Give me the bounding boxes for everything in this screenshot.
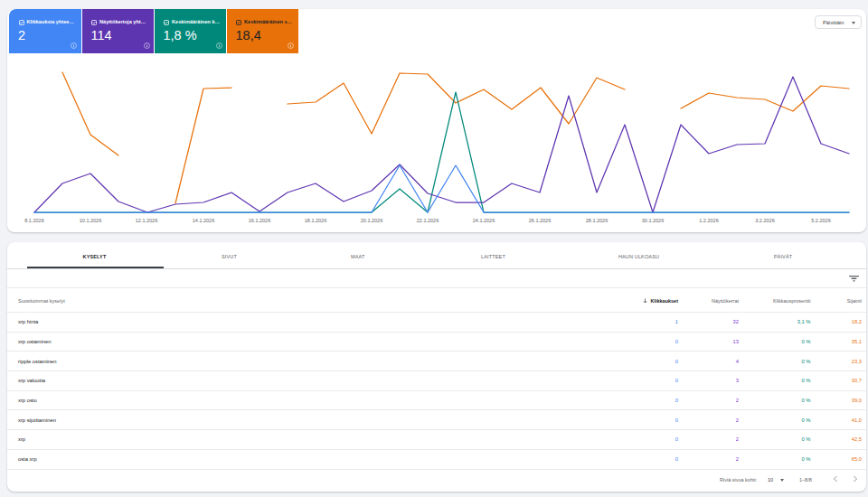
svg-text:20.1.2026: 20.1.2026 bbox=[361, 218, 382, 223]
svg-text:30.1.2026: 30.1.2026 bbox=[642, 218, 664, 223]
svg-text:10.1.2026: 10.1.2026 bbox=[80, 218, 101, 223]
svg-text:22.1.2026: 22.1.2026 bbox=[417, 218, 439, 223]
svg-text:14.1.2026: 14.1.2026 bbox=[193, 218, 214, 223]
svg-text:26.1.2026: 26.1.2026 bbox=[529, 218, 551, 223]
svg-text:16.1.2026: 16.1.2026 bbox=[249, 218, 270, 223]
svg-text:28.1.2026: 28.1.2026 bbox=[586, 218, 608, 223]
svg-text:12.1.2026: 12.1.2026 bbox=[136, 218, 157, 223]
svg-text:18.1.2026: 18.1.2026 bbox=[305, 218, 326, 223]
svg-text:5.2.2026: 5.2.2026 bbox=[811, 218, 830, 223]
svg-text:24.1.2026: 24.1.2026 bbox=[473, 218, 495, 223]
svg-text:1.2.2026: 1.2.2026 bbox=[699, 218, 718, 223]
svg-text:8.1.2026: 8.1.2026 bbox=[24, 218, 43, 223]
svg-text:3.2.2026: 3.2.2026 bbox=[755, 218, 774, 223]
